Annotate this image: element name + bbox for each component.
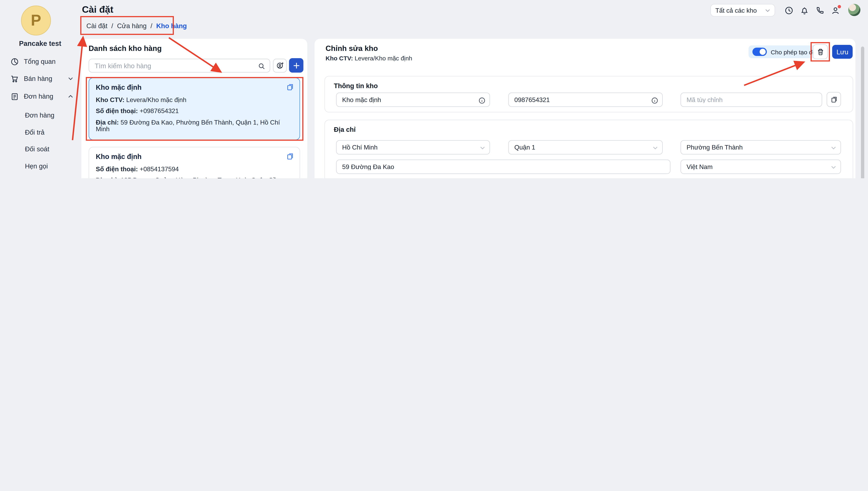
district-select[interactable]: Quận 1 xyxy=(508,140,663,155)
breadcrumb: Cài đặt / Cửa hàng / Kho hàng xyxy=(86,22,187,30)
app-window: P Pancake test Tổng quan Bán hàng Đơn hà… xyxy=(0,0,868,178)
page-title: Cài đặt xyxy=(82,4,113,16)
warehouse-ctv: Kho CTV: Levera/Kho mặc định xyxy=(96,96,293,103)
warehouse-address: Địa chỉ: 59 Đường Đa Kao, Phường Bến Thà… xyxy=(96,119,293,132)
window-scrollbar[interactable] xyxy=(861,47,864,178)
allow-create-order-toggle[interactable] xyxy=(752,48,767,56)
cart-icon xyxy=(10,75,19,83)
save-button[interactable]: Lưu xyxy=(832,45,853,59)
phone-icon[interactable] xyxy=(815,6,824,15)
editor-title: Chỉnh sửa kho xyxy=(326,44,378,53)
bell-icon[interactable] xyxy=(800,6,809,15)
warehouse-card-kho-mac-dinh-2[interactable]: Kho mặc định Số điện thoại: +0854137594 … xyxy=(89,147,300,178)
chevron-up-icon xyxy=(68,95,73,98)
warehouse-name-input[interactable] xyxy=(337,93,490,107)
editor-subtitle: Kho CTV: Levera/Kho mặc định xyxy=(326,55,412,62)
warehouse-list-heading: Danh sách kho hàng xyxy=(89,44,161,53)
sidebar-item-tong-quan[interactable]: Tổng quan xyxy=(0,54,80,69)
add-warehouse-button[interactable] xyxy=(289,58,304,73)
assign-staff-button[interactable] xyxy=(273,59,287,73)
warehouse-title: Kho mặc định xyxy=(96,84,293,92)
brand-logo-letter: P xyxy=(31,12,41,29)
warehouse-filter-select[interactable]: Tất cả các kho xyxy=(710,4,775,17)
brand-name: Pancake test xyxy=(0,40,80,48)
warehouse-editor-panel: Chỉnh sửa kho Kho CTV: Levera/Kho mặc đị… xyxy=(314,39,856,178)
sidebar-subitem-hen-goi[interactable]: Hẹn gọi xyxy=(0,159,80,173)
sidebar-subitem-doi-tra[interactable]: Đổi trả xyxy=(0,125,80,140)
warehouse-name-field[interactable] xyxy=(336,92,490,107)
street-field[interactable] xyxy=(336,160,671,174)
trash-icon xyxy=(816,48,824,56)
search-icon xyxy=(258,63,265,70)
warehouse-list-panel: Danh sách kho hàng Kho mặc định Kho CTV:… xyxy=(82,39,307,178)
history-clock-icon[interactable] xyxy=(784,6,794,15)
chevron-down-icon xyxy=(68,77,73,81)
notification-dot xyxy=(838,5,841,8)
custom-code-input[interactable] xyxy=(681,93,822,107)
sidebar-subitem-doi-soat[interactable]: Đối soát xyxy=(0,142,80,156)
section-dia-chi: Địa chỉ Hồ Chí Minh Quận 1 Phường Bến Th… xyxy=(324,120,853,178)
chevron-down-icon xyxy=(831,166,836,169)
street-input[interactable] xyxy=(337,160,670,173)
copy-icon xyxy=(830,96,837,103)
info-icon xyxy=(478,96,486,104)
sidebar-item-don-hang[interactable]: Đơn hàng xyxy=(0,89,80,104)
warehouse-phone: Số điện thoại: +0854137594 xyxy=(96,166,293,172)
person-plus-icon xyxy=(276,62,284,69)
warehouse-search[interactable] xyxy=(89,59,270,73)
user-avatar[interactable] xyxy=(848,4,861,16)
receipt-icon xyxy=(10,92,19,100)
sidebar-item-san-pham[interactable]: Sản phẩm xyxy=(0,178,80,178)
breadcrumb-kho-hang[interactable]: Kho hàng xyxy=(156,22,187,30)
chevron-down-icon xyxy=(765,9,770,12)
ward-select[interactable]: Phường Bến Thành xyxy=(680,140,841,155)
breadcrumb-cai-dat[interactable]: Cài đặt xyxy=(86,22,107,30)
brand-logo[interactable]: P xyxy=(21,6,51,36)
copy-icon[interactable] xyxy=(286,152,294,160)
warehouse-search-input[interactable] xyxy=(89,59,270,72)
chevron-down-icon xyxy=(831,146,836,150)
info-icon xyxy=(651,96,658,104)
pie-chart-icon xyxy=(10,57,19,66)
breadcrumb-cua-hang[interactable]: Cửa hàng xyxy=(117,22,147,30)
custom-code-field[interactable] xyxy=(680,92,822,107)
warehouse-address: Địa chỉ: 125 Dương Quảng Hàm, Phường Tru… xyxy=(96,177,293,178)
copy-code-button[interactable] xyxy=(827,92,841,107)
warehouse-phone: Số điện thoại: +0987654321 xyxy=(96,108,293,114)
sidebar-item-ban-hang[interactable]: Bán hàng xyxy=(0,71,80,86)
section-thong-tin-kho: Thông tin kho xyxy=(324,76,853,113)
plus-icon xyxy=(292,62,300,69)
warehouse-phone-input[interactable] xyxy=(509,93,662,107)
delete-warehouse-button[interactable] xyxy=(813,44,828,59)
chevron-down-icon xyxy=(653,146,658,150)
sidebar: P Pancake test Tổng quan Bán hàng Đơn hà… xyxy=(0,0,80,178)
warehouse-phone-field[interactable] xyxy=(508,92,663,107)
warehouse-card-kho-mac-dinh-1[interactable]: Kho mặc định Kho CTV: Levera/Kho mặc địn… xyxy=(89,78,300,140)
sidebar-subitem-don-hang[interactable]: Đơn hàng xyxy=(0,108,80,122)
chevron-down-icon xyxy=(480,146,485,150)
copy-icon[interactable] xyxy=(286,83,294,91)
country-select[interactable]: Việt Nam xyxy=(680,160,841,174)
city-select[interactable]: Hồ Chí Minh xyxy=(336,140,490,155)
